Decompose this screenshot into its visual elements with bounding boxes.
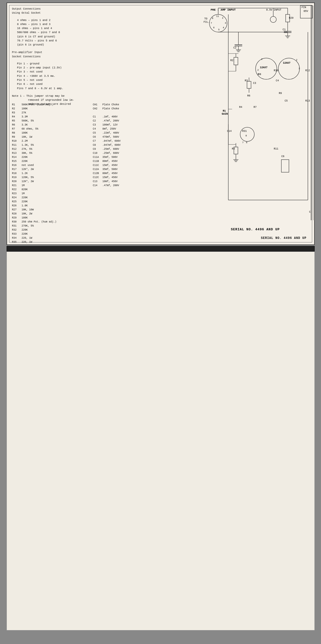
comp-row-r30: R30 250 ohm Pot. (hum adj.) xyxy=(12,220,93,224)
comp-row-r12: R12 27K, 5% xyxy=(12,147,93,151)
pc-line-4: Pin 4 – +360V at 3.5 ma. xyxy=(17,74,98,78)
cl-bottom-label: C xyxy=(309,211,311,213)
oc-line-3: 16 ohms – pins 1 and 4 xyxy=(17,26,98,30)
c6-label: C6 xyxy=(281,155,284,158)
05v-input-label: 0.5V INPUT xyxy=(266,9,281,11)
r3-label: R3 xyxy=(245,79,248,82)
r7-label: R7 xyxy=(254,106,257,109)
comp-row-r17: R17 12K*, 2W xyxy=(12,167,93,171)
comp-row-r8: R8 100K xyxy=(12,131,93,135)
serial-number: SERIAL NO. 4496 AND UP xyxy=(231,228,280,231)
r12-label: R12 xyxy=(305,69,310,72)
tube2-pin2: 2 xyxy=(296,59,297,61)
resistors-column: R1 500K Pot. (Gain Adj.) R2 100K R3 27K … xyxy=(12,103,93,245)
comp-row-r6: R6 3.3K xyxy=(12,123,93,127)
r2-rect xyxy=(234,57,238,65)
to-label: TO xyxy=(204,17,207,20)
comp-row-r35: R35 220, 1W xyxy=(12,240,93,244)
oc-line-1: 4 ohms – pins 1 and 2 xyxy=(17,18,98,22)
r4-label: R4 xyxy=(239,106,242,109)
serial-label: SERIAL NO. 4496 AND UP xyxy=(261,236,306,240)
r9-label: R9 xyxy=(279,92,282,95)
comp-row-r22: R22 820K xyxy=(12,188,93,192)
r13-label: R13 xyxy=(305,100,310,102)
tube1-pin2: 2 xyxy=(261,58,262,61)
c1-label: C1 xyxy=(283,28,286,31)
comp-row-r29: R29 180K xyxy=(12,216,93,220)
pre-amp-input-label: PRE - AMP INPUT xyxy=(211,8,236,11)
pc-line-7: Pins 7 and 8 – 6.3V at 1 amp. xyxy=(17,86,98,90)
page-container: Output Connections Using Octal Socket 4 … xyxy=(0,0,321,644)
white-area xyxy=(7,252,315,630)
comp-row-r4: R4 3.3M xyxy=(12,115,93,119)
pc-line-2: Pin 2 – pre-amp input (2.5V) xyxy=(17,66,98,70)
comp-row-r14: R14 220K xyxy=(12,155,93,159)
gain-label: GAIN xyxy=(222,113,228,115)
comp-row-r19: R19 120K, 5% xyxy=(12,176,93,180)
comp-row-r9: R9 18K, 1W xyxy=(12,135,93,139)
comp-id-r1: R1 xyxy=(12,103,21,107)
c3-label: C3 xyxy=(253,82,256,85)
oc-line-2: 8 ohms – pins 1 and 3 xyxy=(17,22,98,26)
12au7-label: 12AU7 xyxy=(283,62,290,64)
pc-line-6: Pin 6 – not used xyxy=(17,82,98,86)
oc-line-6: 70.7 Volts – pins 5 and 6 xyxy=(17,39,98,43)
tube1-pin2b: 2 xyxy=(257,69,259,71)
r11-label: R11 xyxy=(274,147,278,150)
pin-11: 11 xyxy=(216,15,219,18)
pin-7: 7 xyxy=(211,22,212,24)
pin8-r31: 8 xyxy=(245,135,247,137)
comp-row-r1: R1 500K Pot. (Gain Adj.) xyxy=(12,103,93,107)
comp-row-r7: R7 68 ohms, 5% xyxy=(12,127,93,131)
output-heading: Output Connections xyxy=(12,7,98,11)
preamp-subheading: Socket Connections xyxy=(12,55,98,59)
bottom-bar xyxy=(7,246,315,252)
comp-row-r13: R13 30K, 5% xyxy=(12,151,93,155)
comp-row-r23: R23 1M xyxy=(12,192,93,196)
preamp-heading: Pre-amplifier Input xyxy=(12,50,98,54)
comp-row-r31: R31 270K, 5% xyxy=(12,224,93,228)
r31-label: R31 xyxy=(242,130,247,133)
schematic-page: Output Connections Using Octal Socket 4 … xyxy=(7,3,315,245)
comp-row-r10: R10 2.2M xyxy=(12,139,93,143)
text-area: Output Connections Using Octal Socket 4 … xyxy=(12,7,98,110)
comp-row-r20: R20 12K*, 2W xyxy=(12,180,93,184)
comp-row-r27: R27 10K, 10W xyxy=(12,208,93,212)
oc-line-7: (pin 6 is ground) xyxy=(17,43,98,47)
oc-line-5: (pin 6 is CT and ground) xyxy=(17,35,98,39)
comp-row-r2: R2 100K xyxy=(12,107,93,111)
r6-label: R6 xyxy=(247,94,250,97)
preamp-lines: Pin 1 – ground Pin 2 – pre-amp input (2.… xyxy=(17,62,98,90)
pin-8: 8 xyxy=(212,17,213,20)
note-line-2: removed if ungrounded low im- xyxy=(12,98,98,102)
pin-2: 2 xyxy=(222,17,223,19)
comp-row-r21: R21 1M xyxy=(12,184,93,188)
r10-label: R10 xyxy=(274,69,278,72)
pin-4: 4 xyxy=(223,27,224,29)
05v-label: 05V xyxy=(304,10,308,13)
comp-row-r25: R25 220K xyxy=(12,200,93,204)
comp-row-r5: R5 560K, 5% xyxy=(12,119,93,123)
r2-label: R2 xyxy=(230,59,233,62)
comp-row-r16: R16 not used xyxy=(12,163,93,167)
comp-row-r26: R26 1.8K xyxy=(12,204,93,208)
comp-row-r24: R24 220K xyxy=(12,196,93,200)
serial-number-text: SERIAL NO. 4496 AND UP xyxy=(261,236,306,240)
pc-line-3: Pin 3 – not used xyxy=(17,70,98,74)
fin-label: FIN xyxy=(302,6,306,9)
c6-rect xyxy=(281,160,289,172)
pc-line-1: Pin 1 – ground xyxy=(17,62,98,66)
pin-6: 6 xyxy=(213,27,214,29)
r8-label: R8 xyxy=(258,73,261,76)
comp-row-r3: R3 27K xyxy=(12,111,93,115)
comp-row-r28: R28 10K, 2W xyxy=(12,212,93,216)
note-line-1: Note 1 – This jumper strap may be xyxy=(12,94,98,98)
output-subheading: Using Octal Socket xyxy=(12,11,98,15)
c2-label: C2 xyxy=(233,46,236,49)
comp-val-r1: 500K Pot. (Gain Adj.) xyxy=(22,103,54,107)
r5-label: R5 xyxy=(232,147,235,150)
comp-row-note: *Matched to within 1% xyxy=(12,244,93,245)
r31-tube xyxy=(240,127,254,141)
pin6-r31: 6 xyxy=(246,141,247,144)
pc-line-5: Pin 5 – not used xyxy=(17,78,98,82)
